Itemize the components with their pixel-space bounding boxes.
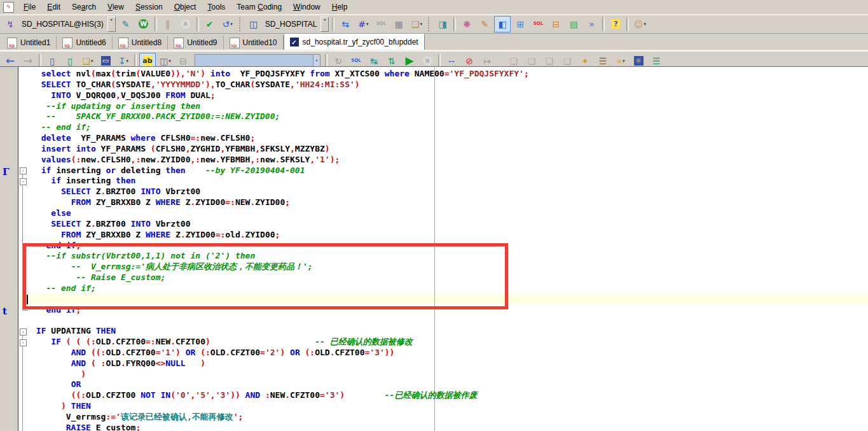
tab-sd-hospital-tr-yf-zycf00-bfupddet[interactable]: ✓sd_hospital.tr_yf_zycf00_bfupddet: [284, 34, 425, 50]
code-line[interactable]: --if updating or inserting then: [0, 101, 868, 112]
code-token: =: [444, 69, 450, 78]
code-line[interactable]: if inserting or deleting then --by YF-20…: [0, 166, 868, 176]
code-line[interactable]: -- SPACK_YF_BRXX00.PACK_ZYID00:=:NEW.ZYI…: [0, 111, 868, 122]
tab-untitled9[interactable]: SQLUntitled9: [168, 36, 223, 50]
dropdown-arrow-icon[interactable]: ▾: [623, 59, 625, 64]
code-line[interactable]: if inserting then: [0, 176, 868, 187]
fold-marker[interactable]: -: [20, 329, 27, 336]
data-dictionary-button[interactable]: #▾: [355, 16, 371, 32]
dropdown-arrow-icon[interactable]: ▾: [644, 22, 647, 27]
code-token: NOT IN: [141, 390, 170, 400]
report-folder-button[interactable]: ❏▾: [408, 16, 425, 32]
help-button[interactable]: ?: [607, 16, 624, 32]
code-line[interactable]: FROM ZY_BRXXB0 Z WHERE Z.ZYID00=:old.ZYI…: [0, 230, 868, 241]
save-icon: ▭: [101, 56, 111, 66]
connection-dropdown[interactable]: ▾: [107, 17, 116, 32]
code-line[interactable]: insert into YF_PARAMS (CFLSH0,ZYGHID,YFB…: [0, 144, 868, 155]
code-token: ): [205, 337, 210, 346]
dropdown-arrow-icon[interactable]: ▾: [420, 22, 422, 27]
new-session-button[interactable]: ↯: [2, 16, 18, 32]
add-connection-button[interactable]: ⇆: [337, 16, 354, 32]
code-line[interactable]: V_errmsg:='该记录已经被确认,不能再修改';: [0, 412, 868, 423]
code-line[interactable]: select nvl(max(trim(VALUE0)),'N') into Y…: [0, 69, 868, 80]
tab-untitled1[interactable]: SQLUntitled1: [1, 36, 57, 50]
tab-untitled8[interactable]: SQLUntitled8: [113, 36, 168, 50]
code-line[interactable]: SELECT Z.BRZT00 INTO Vbrzt00: [0, 219, 868, 230]
object-browser-button[interactable]: ◫: [245, 16, 262, 32]
session-log-button[interactable]: ✎: [118, 16, 134, 32]
code-line[interactable]: SELECT TO_CHAR(SYSDATE,'YYYYMMDD'),TO_CH…: [0, 80, 868, 90]
code-token: into: [205, 69, 230, 78]
code-line[interactable]: -- end if;: [0, 122, 868, 133]
code-line[interactable]: SELECT Z.BRZT00 INTO Vbrzt00: [0, 187, 868, 197]
code-line[interactable]: ) THEN: [0, 401, 868, 412]
menu-help[interactable]: Help: [326, 1, 354, 13]
break-session-button: ‖: [160, 16, 176, 32]
menu-file[interactable]: File: [18, 1, 41, 13]
code-token: ): [176, 348, 181, 357]
web-update-icon: W: [139, 19, 148, 29]
toolbar-separator: [453, 17, 456, 31]
export-document-icon: ❏: [528, 57, 536, 66]
dropdown-arrow-icon[interactable]: ▾: [91, 59, 93, 64]
code-line[interactable]: ): [0, 369, 868, 380]
code-token: ;: [250, 133, 255, 143]
code-line[interactable]: AND ((:OLD.CFZT00='1') OR (:OLD.CFZT00='…: [0, 348, 868, 358]
code-editor[interactable]: select nvl(max(trim(VALUE0)),'N') into Y…: [0, 66, 868, 431]
menu-object[interactable]: Object: [169, 1, 202, 13]
code-line[interactable]: AND ( :OLD.FYRQ00<>NULL ): [0, 358, 868, 369]
code-line[interactable]: else: [0, 208, 868, 219]
combobox-dropdown-icon[interactable]: ▾: [313, 55, 320, 66]
explain-plan-button[interactable]: ⊟: [548, 16, 564, 32]
menu-search[interactable]: Search: [66, 1, 102, 13]
code-line[interactable]: RAISE E_custom;: [0, 423, 868, 431]
code-token: UPDATING: [46, 326, 95, 336]
code-token: Z: [81, 219, 91, 229]
dropdown-arrow-icon[interactable]: ▾: [366, 22, 369, 27]
code-line[interactable]: IF UPDATING THEN: [0, 326, 868, 337]
command-window-button[interactable]: SQL: [530, 16, 546, 32]
sql-block-button: SQL: [373, 16, 389, 32]
rollback-button[interactable]: ↺▾: [219, 16, 236, 32]
dropdown-arrow-icon[interactable]: ▾: [127, 59, 129, 64]
report-window-button[interactable]: ⊞: [512, 16, 528, 32]
code-line[interactable]: ((:OLD.CFZT00 NOT IN('0','5','3')) AND :…: [0, 390, 868, 401]
dropdown-arrow-icon[interactable]: ▾: [230, 22, 233, 27]
menu-view[interactable]: View: [102, 1, 130, 13]
fold-marker[interactable]: -: [20, 178, 27, 185]
code-line[interactable]: delete YF_PARAMS where CFLSH0=:new.CFLSH…: [0, 133, 868, 144]
code-line[interactable]: INTO V_DQRQ00,V_DQSJ00 FROM DUAL;: [0, 90, 868, 101]
sql-window-button[interactable]: ◧: [494, 16, 511, 32]
code-line[interactable]: [0, 315, 868, 326]
refresh-icon: ↻: [334, 57, 342, 66]
schema-dropdown[interactable]: ▾: [320, 17, 329, 32]
job-queue-button[interactable]: ▤: [565, 16, 582, 32]
code-token: WHERE: [146, 230, 170, 239]
menu-window[interactable]: Window: [287, 1, 326, 13]
schema-browser-button[interactable]: ❋: [458, 16, 475, 32]
more-windows-button[interactable]: »: [583, 16, 600, 32]
commit-button[interactable]: ✔: [202, 16, 218, 32]
tab-untitled6[interactable]: SQLUntitled6: [57, 36, 112, 50]
edit-object-button[interactable]: ✎: [476, 16, 493, 32]
menu-edit[interactable]: Edit: [41, 1, 66, 13]
picture-window-button[interactable]: ◨: [434, 16, 451, 32]
web-update-button[interactable]: W: [135, 16, 152, 32]
toolbar-separator: [602, 17, 605, 31]
code-token: ,: [210, 390, 216, 400]
kill-session-button: ✖: [177, 16, 194, 32]
code-token: -- end if;: [41, 122, 91, 132]
code-line[interactable]: IF ( ( (:OLD.CFZT00=:NEW.CFZT00) -- 已经确认…: [0, 337, 868, 348]
menu-tools[interactable]: Tools: [202, 1, 231, 13]
fold-marker[interactable]: -: [20, 167, 27, 174]
user-profile-button[interactable]: ☺▾: [631, 16, 648, 32]
dropdown-arrow-icon[interactable]: ▾: [169, 59, 171, 64]
code-token: ;: [210, 90, 216, 100]
code-line[interactable]: values(:new.CFLSH0,:new.ZYID00,:new.YFBM…: [0, 155, 868, 166]
code-line[interactable]: FROM ZY_BRXXB0 Z WHERE Z.ZYID00=:NEW.ZYI…: [0, 197, 868, 208]
menu-team-coding[interactable]: Team Coding: [231, 1, 287, 13]
fold-marker[interactable]: -: [20, 339, 27, 346]
code-line[interactable]: OR: [0, 379, 868, 390]
tab-untitled10[interactable]: SQLUntitled10: [224, 36, 284, 50]
menu-session[interactable]: Session: [130, 1, 169, 13]
